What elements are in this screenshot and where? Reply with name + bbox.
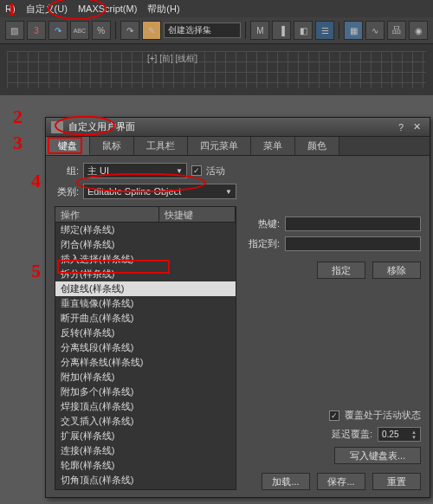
customize-ui-dialog: 自定义用户界面 ? ✕ 键盘 鼠标 工具栏 四元菜单 菜单 颜色 组: 主 UI…	[45, 117, 430, 498]
menu-help[interactable]: 帮助(H)	[147, 3, 179, 16]
tool-mat-icon[interactable]: ◉	[409, 21, 428, 40]
main-menu-bar: R) 自定义(U) MAXScript(M) 帮助(H)	[0, 0, 433, 17]
tool-2[interactable]: 3	[27, 21, 46, 40]
list-item[interactable]: 轮廓(样条线)	[55, 458, 236, 473]
assignto-input[interactable]	[285, 236, 421, 251]
list-item[interactable]: 扩展(样条线)	[55, 429, 236, 443]
tool-layers-icon[interactable]: ◧	[294, 21, 313, 40]
list-item[interactable]: 取消排序(样条线)	[55, 488, 236, 489]
list-item[interactable]: 交叉插入(样条线)	[55, 414, 236, 429]
category-combo[interactable]: Editable Spline Object▼	[83, 184, 236, 199]
tab-menu[interactable]: 菜单	[251, 137, 295, 155]
hotkey-input[interactable]	[285, 216, 421, 231]
tab-quad[interactable]: 四元菜单	[188, 137, 251, 155]
dialog-icon	[51, 121, 63, 133]
list-item[interactable]: 反转(样条线)	[55, 326, 236, 340]
category-label: 类别:	[55, 185, 79, 198]
annotation-4: 4	[31, 170, 41, 192]
delay-label: 延迟覆盖:	[332, 428, 372, 441]
chevron-down-icon: ▼	[176, 167, 183, 175]
selection-set-combo[interactable]: 创建选择集	[164, 23, 242, 38]
menu-maxscript[interactable]: MAXScript(M)	[78, 3, 137, 14]
menu-r[interactable]: R)	[5, 3, 16, 14]
list-item[interactable]: 附加(样条线)	[55, 370, 236, 384]
menu-customize[interactable]: 自定义(U)	[26, 3, 68, 16]
annotation-2: 2	[13, 106, 23, 128]
tool-abc[interactable]: ABC	[70, 21, 89, 40]
load-button[interactable]: 加载...	[262, 473, 310, 490]
list-item[interactable]: 附加多个(样条线)	[55, 384, 236, 399]
annotation-3: 3	[13, 132, 23, 154]
tool-align-icon[interactable]: ▐	[272, 21, 291, 40]
tool-curve-icon[interactable]: ∿	[365, 21, 385, 40]
write-keyboard-button[interactable]: 写入键盘表...	[334, 447, 421, 464]
col-shortcut[interactable]: 快捷键	[159, 207, 236, 222]
save-button[interactable]: 保存...	[317, 473, 365, 490]
tool-layer-mgr-icon[interactable]: ☰	[315, 21, 334, 40]
tool-schema-icon[interactable]: 品	[387, 21, 406, 40]
main-toolbar: ▧ 3 ↷ ABC % ↷ ✎ 创建选择集 M ▐ ◧ ☰ ▦ ∿ 品 ◉	[0, 17, 433, 43]
assignto-label: 指定到:	[245, 237, 280, 250]
active-checkbox[interactable]: ✓	[191, 165, 202, 176]
action-list-body[interactable]: 绑定(样条线)闭合(样条线)插入选择(样条线)拆分(样条线)创建线(样条线)垂直…	[55, 223, 236, 489]
tab-keyboard[interactable]: 键盘	[46, 137, 90, 155]
list-item[interactable]: 插入选择(样条线)	[55, 252, 236, 267]
list-item[interactable]: 分离线段(样条线)	[55, 340, 236, 355]
list-item[interactable]: 焊接顶点(样条线)	[55, 399, 236, 414]
list-item[interactable]: 闭合(样条线)	[55, 237, 236, 252]
remove-button[interactable]: 移除	[372, 262, 421, 279]
list-item[interactable]: 垂直镜像(样条线)	[55, 296, 236, 311]
chevron-down-icon: ▼	[225, 188, 232, 196]
delay-spinner[interactable]: 0.25 ▲▼	[378, 427, 421, 442]
tool-edit-icon[interactable]: ✎	[142, 21, 161, 40]
tool-3[interactable]: ↷	[48, 21, 68, 40]
tool-5[interactable]: %	[92, 21, 111, 40]
annotation-5: 5	[31, 260, 41, 282]
help-button[interactable]: ?	[393, 122, 409, 132]
override-checkbox[interactable]: ✓	[329, 410, 339, 421]
hotkey-label: 热键:	[245, 217, 280, 230]
tool-mirror-icon[interactable]: M	[250, 21, 269, 40]
tool-1[interactable]: ▧	[5, 21, 24, 40]
dialog-tabs: 键盘 鼠标 工具栏 四元菜单 菜单 颜色	[46, 137, 430, 156]
dialog-title: 自定义用户界面	[68, 120, 135, 133]
dialog-titlebar[interactable]: 自定义用户界面 ? ✕	[46, 118, 430, 137]
tab-toolbar[interactable]: 工具栏	[134, 137, 188, 155]
action-list: 操作 快捷键 绑定(样条线)闭合(样条线)插入选择(样条线)拆分(样条线)创建线…	[55, 206, 236, 490]
viewport-label[interactable]: [+] [前] [线框]	[147, 53, 197, 65]
tab-mouse[interactable]: 鼠标	[90, 137, 134, 155]
col-action[interactable]: 操作	[55, 207, 159, 222]
tool-6[interactable]: ↷	[120, 21, 139, 40]
reset-button[interactable]: 重置	[372, 473, 421, 490]
list-item[interactable]: 创建线(样条线)	[55, 281, 236, 296]
active-label: 活动	[206, 165, 225, 178]
tab-color[interactable]: 颜色	[295, 137, 339, 155]
list-item[interactable]: 连接(样条线)	[55, 443, 236, 458]
group-label: 组:	[55, 165, 79, 178]
list-item[interactable]: 拆分(样条线)	[55, 267, 236, 281]
assign-button[interactable]: 指定	[317, 262, 365, 279]
group-combo[interactable]: 主 UI▼	[83, 163, 187, 178]
list-item[interactable]: 分离样条线(样条线)	[55, 355, 236, 370]
viewport[interactable]: [+] [前] [线框]	[0, 43, 433, 95]
tool-graph-icon[interactable]: ▦	[344, 21, 363, 40]
list-item[interactable]: 断开曲点(样条线)	[55, 311, 236, 326]
override-label: 覆盖处于活动状态	[345, 409, 421, 422]
close-button[interactable]: ✕	[409, 121, 424, 132]
list-item[interactable]: 绑定(样条线)	[55, 223, 236, 237]
list-item[interactable]: 切角顶点(样条线)	[55, 473, 236, 488]
